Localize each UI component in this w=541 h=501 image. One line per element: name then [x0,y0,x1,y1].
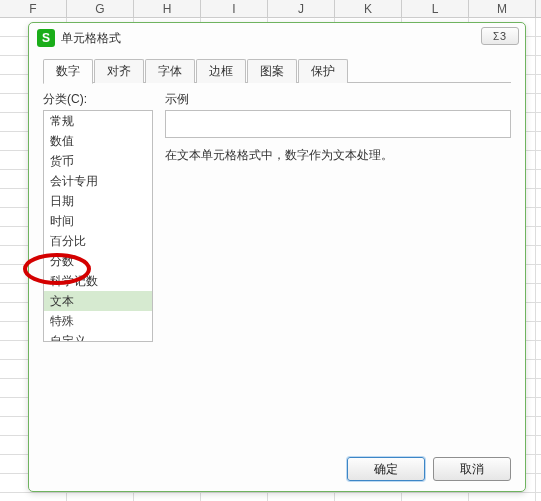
category-column: 分类(C): 常规数值货币会计专用日期时间百分比分数科学记数文本特殊自定义 [43,91,153,451]
column-header[interactable]: M [469,0,536,17]
category-item[interactable]: 自定义 [44,331,152,342]
category-item[interactable]: 会计专用 [44,171,152,191]
tab-2[interactable]: 字体 [145,59,195,83]
tab-4[interactable]: 图案 [247,59,297,83]
sample-box [165,110,511,138]
app-icon: S [37,29,55,47]
column-header[interactable]: I [201,0,268,17]
category-item[interactable]: 货币 [44,151,152,171]
dialog-title: 单元格格式 [61,30,121,47]
sample-label: 示例 [165,91,511,108]
dialog-body: 数字对齐字体边框图案保护 分类(C): 常规数值货币会计专用日期时间百分比分数科… [29,53,525,491]
column-header[interactable]: H [134,0,201,17]
category-item[interactable]: 百分比 [44,231,152,251]
column-header[interactable]: J [268,0,335,17]
detail-column: 示例 在文本单元格格式中，数字作为文本处理。 [165,91,511,451]
close-button[interactable]: ΣЗ [481,27,519,45]
column-header[interactable]: G [67,0,134,17]
tab-1[interactable]: 对齐 [94,59,144,83]
column-headers: FGHIJKLM [0,0,541,18]
category-list[interactable]: 常规数值货币会计专用日期时间百分比分数科学记数文本特殊自定义 [43,110,153,342]
tab-content: 分类(C): 常规数值货币会计专用日期时间百分比分数科学记数文本特殊自定义 示例… [43,83,511,451]
category-label: 分类(C): [43,91,153,108]
category-item[interactable]: 分数 [44,251,152,271]
column-header[interactable]: F [0,0,67,17]
column-header[interactable]: K [335,0,402,17]
tab-3[interactable]: 边框 [196,59,246,83]
category-item[interactable]: 常规 [44,111,152,131]
category-item[interactable]: 科学记数 [44,271,152,291]
format-description: 在文本单元格格式中，数字作为文本处理。 [165,146,511,164]
tab-5[interactable]: 保护 [298,59,348,83]
category-item[interactable]: 时间 [44,211,152,231]
cell-format-dialog: S 单元格格式 ΣЗ 数字对齐字体边框图案保护 分类(C): 常规数值货币会计专… [28,22,526,492]
column-header[interactable]: L [402,0,469,17]
category-item[interactable]: 日期 [44,191,152,211]
tabstrip: 数字对齐字体边框图案保护 [43,59,511,83]
button-bar: 确定 取消 [43,451,511,481]
cancel-button[interactable]: 取消 [433,457,511,481]
category-item[interactable]: 特殊 [44,311,152,331]
category-item[interactable]: 数值 [44,131,152,151]
ok-button[interactable]: 确定 [347,457,425,481]
category-item[interactable]: 文本 [44,291,152,311]
tab-0[interactable]: 数字 [43,59,93,84]
titlebar: S 单元格格式 ΣЗ [29,23,525,53]
